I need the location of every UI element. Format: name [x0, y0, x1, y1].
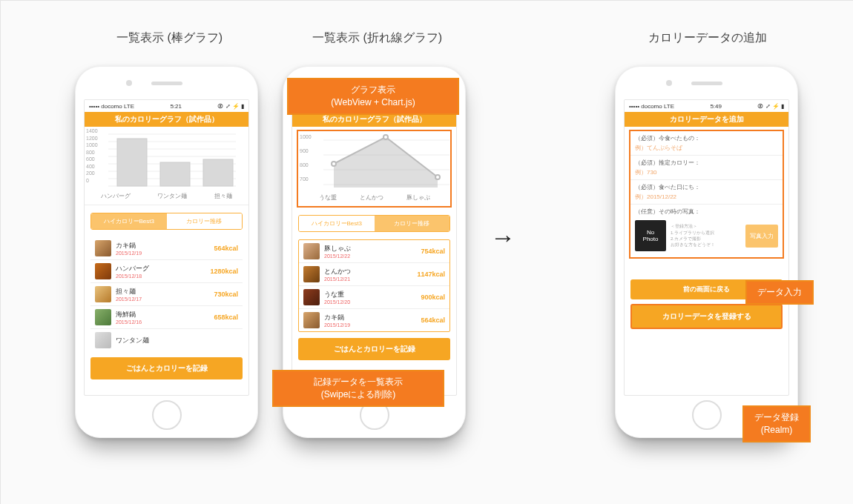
- input-kcal[interactable]: 例）730: [630, 167, 783, 180]
- tab-best3[interactable]: ハイカロリーBest3: [91, 213, 167, 229]
- food-list[interactable]: カキ鍋2015/12/19564kcal ハンバーグ2015/12/181280…: [90, 237, 243, 351]
- svg-rect-10: [203, 159, 233, 186]
- photo-button[interactable]: 写真入力: [745, 225, 778, 248]
- list-item: カキ鍋2015/12/19564kcal: [90, 237, 243, 260]
- list-item: カキ鍋2015/12/19564kcal: [299, 309, 449, 331]
- form-panel: （必須）今食べたもの： 例）てんぷらそば （必須）推定カロリー： 例）730 （…: [629, 130, 784, 259]
- record-button[interactable]: ごはんとカロリーを記録: [298, 338, 450, 360]
- status-time: 5:21: [170, 103, 182, 110]
- screen-bar: ••••• docomo LTE 5:21 ⦿ ⤢ ⚡ ▮ 私のカロリーグラフ（…: [84, 99, 249, 396]
- tab-recent[interactable]: カロリー推移: [167, 213, 243, 229]
- list-item: 豚しゃぶ2015/12/22754kcal: [299, 240, 449, 263]
- caption-bar: 一覧表示 (棒グラフ): [75, 30, 264, 46]
- tag-list: 記録データを一覧表示 (Swipeによる削除): [272, 370, 444, 407]
- phone-add: ••••• docomo LTE5:49⦿ ⤢ ⚡ ▮ カロリーデータを追加 （…: [615, 66, 798, 438]
- svg-point-18: [435, 175, 440, 179]
- tag-input: データ入力: [745, 280, 814, 305]
- line-chart: 1000900800700 うな重とんかつ豚しゃぶ: [297, 130, 452, 208]
- status-carrier: ••••• docomo LTE: [89, 103, 134, 110]
- status-bar: ••••• docomo LTE 5:21 ⦿ ⤢ ⚡ ▮: [85, 100, 248, 112]
- arrow-icon: →: [490, 223, 516, 252]
- stage: 一覧表示 (棒グラフ) 一覧表示 (折れ線グラフ) カロリーデータの追加 •••…: [0, 0, 853, 504]
- list-item: ハンバーグ2015/12/181280kcal: [90, 260, 243, 283]
- svg-marker-15: [334, 137, 438, 188]
- food-list[interactable]: 豚しゃぶ2015/12/22754kcal とんかつ2015/12/211147…: [298, 239, 450, 332]
- no-photo-icon: No Photo: [635, 220, 666, 251]
- svg-rect-9: [160, 162, 190, 186]
- tab-best3[interactable]: ハイカロリーBest3: [299, 216, 375, 231]
- tab-recent[interactable]: カロリー推移: [375, 216, 450, 231]
- svg-point-17: [383, 135, 388, 139]
- list-item: 担々麺2015/12/17730kcal: [90, 283, 243, 306]
- tag-register: データ登録 (Realm): [742, 405, 811, 442]
- app-title-add: カロリーデータを追加: [625, 112, 788, 127]
- screen-line: ••••• docomo LTE5:21⦿ ⤢ ⚡ ▮ 私のカロリーグラフ（試作…: [292, 99, 457, 396]
- label-photo: （任意）その時の写真：: [630, 205, 783, 216]
- svg-rect-8: [117, 139, 147, 186]
- caption-line: 一覧表示 (折れ線グラフ): [283, 30, 472, 46]
- home-button[interactable]: [692, 400, 722, 430]
- photo-instructions: ＜登録方法＞ 1.ライブラリから選択 2.カメラで撮影 お好きな方をどうぞ！: [671, 223, 741, 248]
- segment-control[interactable]: ハイカロリーBest3 カロリー推移: [90, 213, 243, 230]
- phone-bar: ••••• docomo LTE 5:21 ⦿ ⤢ ⚡ ▮ 私のカロリーグラフ（…: [75, 66, 258, 438]
- list-item: 海鮮鍋2015/12/16658kcal: [90, 306, 243, 329]
- label-kcal: （必須）推定カロリー：: [630, 156, 783, 167]
- record-button[interactable]: ごはんとカロリーを記録: [90, 357, 243, 379]
- input-food[interactable]: 例）てんぷらそば: [630, 142, 783, 156]
- status-icons: ⦿ ⤢ ⚡ ▮: [217, 103, 244, 110]
- app-title: 私のカロリーグラフ（試作品）: [85, 112, 248, 127]
- bar-chart: 1400120010008006004002000: [85, 127, 248, 190]
- caption-add: カロリーデータの追加: [613, 30, 802, 46]
- tag-chart: グラフ表示 (WebView + Chart.js): [287, 78, 459, 115]
- bar-xlabels: ハンバーグワンタン麺担々麺: [85, 190, 248, 205]
- list-item: うな重2015/12/20900kcal: [299, 286, 449, 309]
- input-date[interactable]: 例）2015/12/22: [630, 191, 783, 205]
- list-item: ワンタン麺: [90, 329, 243, 351]
- register-button[interactable]: カロリーデータを登録する: [630, 304, 783, 329]
- svg-point-16: [332, 162, 336, 166]
- label-food: （必須）今食べたもの：: [630, 131, 783, 142]
- list-item: とんかつ2015/12/211147kcal: [299, 263, 449, 286]
- home-button[interactable]: [152, 400, 182, 430]
- segment-control[interactable]: ハイカロリーBest3 カロリー推移: [298, 215, 450, 232]
- screen-add: ••••• docomo LTE5:49⦿ ⤢ ⚡ ▮ カロリーデータを追加 （…: [624, 99, 789, 396]
- label-date: （必須）食べた日にち：: [630, 180, 783, 191]
